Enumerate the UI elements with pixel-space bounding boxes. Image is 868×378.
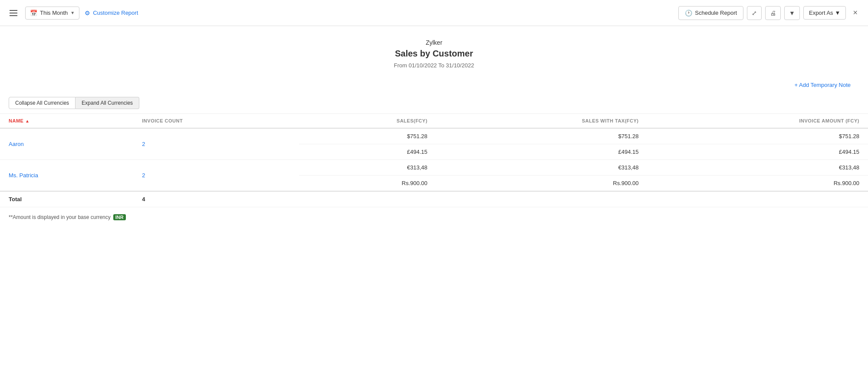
invoice-amount-fcy-cell: Rs.900.00 <box>648 176 868 192</box>
clock-icon: 🕐 <box>685 10 692 17</box>
sales-fcy-cell: £494.15 <box>299 144 436 160</box>
gear-icon: ⚙ <box>85 10 90 17</box>
collapse-currencies-label: Collapse All Currencies <box>15 100 69 106</box>
schedule-report-label: Schedule Report <box>695 10 737 16</box>
col-header-name: NAME ▲ <box>0 114 133 128</box>
invoice-count-cell: 2 <box>133 128 299 160</box>
invoice-count-link[interactable]: 2 <box>142 172 145 179</box>
customize-report-button[interactable]: ⚙ Customize Report <box>85 10 138 17</box>
chevron-down-icon: ▼ <box>835 10 841 16</box>
table-row: Ms. Patricia2€313,48€313,48€313,48 <box>0 160 868 176</box>
total-empty-cell <box>436 191 648 207</box>
invoice-count-cell: 2 <box>133 160 299 192</box>
footer-note: **Amount is displayed in your base curre… <box>0 207 868 227</box>
sales-with-tax-fcy-cell: Rs.900.00 <box>436 176 648 192</box>
customer-link[interactable]: Aaron <box>9 141 24 147</box>
customer-name-cell: Aaron <box>0 128 133 160</box>
col-header-invoice-count: INVOICE COUNT <box>133 114 299 128</box>
temp-note-row: + Add Temporary Note <box>0 77 868 93</box>
menu-button[interactable] <box>7 7 20 19</box>
sales-with-tax-fcy-cell: €313,48 <box>436 160 648 176</box>
invoice-amount-fcy-cell: $751.28 <box>648 128 868 144</box>
share-icon: ⤢ <box>752 10 757 17</box>
customer-link[interactable]: Ms. Patricia <box>9 172 38 179</box>
currency-controls: Collapse All Currencies Expand All Curre… <box>0 93 868 114</box>
report-title: Sales by Customer <box>9 49 859 59</box>
print-button[interactable]: 🖨 <box>765 6 781 20</box>
export-as-button[interactable]: Export As ▼ <box>803 6 846 20</box>
calendar-icon: 📅 <box>30 10 37 17</box>
print-icon: 🖨 <box>770 10 776 17</box>
sales-with-tax-fcy-cell: £494.15 <box>436 144 648 160</box>
invoice-count-link[interactable]: 2 <box>142 141 145 147</box>
total-label: Total <box>0 191 133 207</box>
col-header-sales-with-tax-fcy: SALES WITH TAX(FCY) <box>436 114 648 128</box>
date-filter-label: This Month <box>40 10 68 16</box>
expand-currencies-label: Expand All Currencies <box>82 100 133 106</box>
hamburger-line <box>10 13 17 13</box>
chevron-down-icon: ▼ <box>70 10 75 15</box>
sales-with-tax-fcy-cell: $751.28 <box>436 128 648 144</box>
close-button[interactable]: × <box>849 7 861 19</box>
total-empty-cell <box>648 191 868 207</box>
share-button[interactable]: ⤢ <box>747 6 762 20</box>
customer-name-cell: Ms. Patricia <box>0 160 133 192</box>
sales-fcy-cell: Rs.900.00 <box>299 176 436 192</box>
report-header: Zylker Sales by Customer From 01/10/2022… <box>0 26 868 77</box>
hamburger-line <box>10 15 17 16</box>
toolbar: 📅 This Month ▼ ⚙ Customize Report 🕐 Sche… <box>0 0 868 26</box>
date-filter-dropdown[interactable]: 📅 This Month ▼ <box>25 7 79 20</box>
table-header-row: NAME ▲ INVOICE COUNT SALES(FCY) SALES WI… <box>0 114 868 128</box>
table-row: Aaron2$751.28$751.28$751.28 <box>0 128 868 144</box>
col-header-invoice-amount-fcy: INVOICE AMOUNT (FCY) <box>648 114 868 128</box>
total-empty-cell <box>299 191 436 207</box>
print-dropdown-button[interactable]: ▼ <box>784 6 800 20</box>
expand-all-currencies-button[interactable]: Expand All Currencies <box>76 97 139 109</box>
invoice-amount-fcy-cell: €313,48 <box>648 160 868 176</box>
collapse-all-currencies-button[interactable]: Collapse All Currencies <box>9 97 76 109</box>
company-name: Zylker <box>9 39 859 46</box>
add-note-label: + Add Temporary Note <box>795 82 851 88</box>
sales-fcy-cell: €313,48 <box>299 160 436 176</box>
customize-report-label: Customize Report <box>93 10 138 16</box>
footer-note-text: **Amount is displayed in your base curre… <box>9 214 111 220</box>
total-row: Total4 <box>0 191 868 207</box>
sales-fcy-cell: $751.28 <box>299 128 436 144</box>
currency-badge: INR <box>113 214 126 220</box>
chevron-down-icon: ▼ <box>789 10 795 17</box>
sort-ascending-icon[interactable]: ▲ <box>25 119 30 123</box>
col-header-sales-fcy: SALES(FCY) <box>299 114 436 128</box>
toolbar-right: 🕐 Schedule Report ⤢ 🖨 ▼ Export As ▼ × <box>678 6 861 20</box>
report-date-range: From 01/10/2022 To 31/10/2022 <box>9 62 859 69</box>
toolbar-left: 📅 This Month ▼ ⚙ Customize Report <box>7 7 673 20</box>
close-icon: × <box>853 8 858 17</box>
add-temporary-note-button[interactable]: + Add Temporary Note <box>795 82 851 88</box>
export-label: Export As <box>809 10 833 16</box>
report-table: NAME ▲ INVOICE COUNT SALES(FCY) SALES WI… <box>0 114 868 207</box>
invoice-amount-fcy-cell: £494.15 <box>648 144 868 160</box>
hamburger-line <box>10 10 17 11</box>
total-invoice-count: 4 <box>133 191 299 207</box>
schedule-report-button[interactable]: 🕐 Schedule Report <box>678 6 743 20</box>
